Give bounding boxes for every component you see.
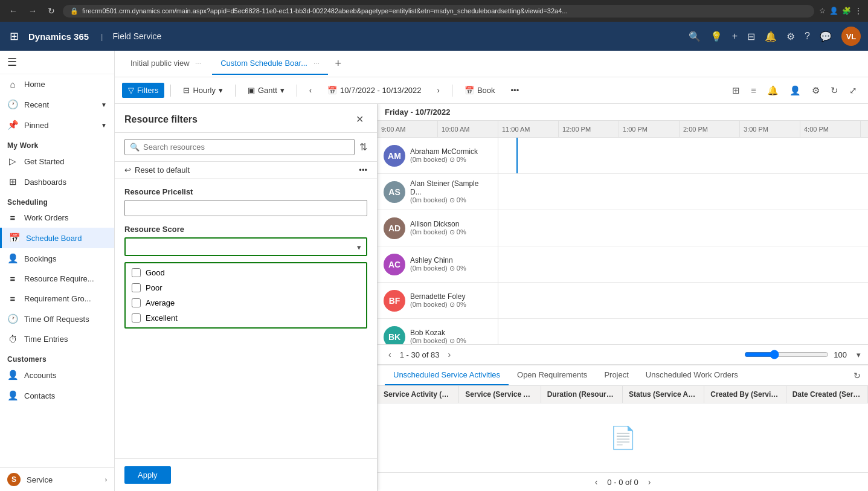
refresh-btn[interactable]: ↻ (827, 83, 842, 98)
sidebar-item-accounts[interactable]: 👤 Accounts (0, 365, 114, 385)
add-tab-button[interactable]: + (330, 55, 347, 72)
person-settings-btn[interactable]: 👤 (786, 83, 805, 98)
zoom-slider[interactable]: 100 (744, 350, 847, 359)
bottom-pagination-info: 0 - 0 of 0 (607, 478, 638, 487)
pricelist-input[interactable] (124, 200, 367, 216)
sidebar-item-dashboards[interactable]: ⊞ Dashboards (0, 172, 114, 192)
checkbox-poor[interactable]: Poor (132, 283, 360, 292)
sidebar-item-schedule-board[interactable]: 📅 Schedule Board (0, 228, 114, 248)
sort-icon[interactable]: ⇅ (359, 141, 367, 153)
back-button[interactable]: ← (6, 5, 21, 17)
map-view-button[interactable]: ≡ (747, 83, 760, 98)
alert-icon-btn[interactable]: 🔔 (764, 83, 782, 98)
sidebar-item-home[interactable]: ⌂ Home (0, 74, 114, 94)
menu-icon[interactable]: ⋮ (855, 7, 862, 15)
bottom-tab-unscheduled-work-orders[interactable]: Unscheduled Work Orders (637, 365, 747, 385)
tab-custom-schedule-board[interactable]: Custom Schedule Boar... ⋯ (212, 53, 327, 75)
checkbox-poor-input[interactable] (132, 283, 141, 292)
col-status: Status (Service Activity) (623, 386, 704, 403)
checkbox-good[interactable]: Good (132, 268, 360, 277)
url-bar[interactable]: 🔒 firecrm0501.crm.dynamics.com/main.aspx… (63, 5, 814, 18)
avatar[interactable]: VL (841, 27, 861, 46)
lightbulb-icon[interactable]: 💡 (710, 31, 722, 42)
zoom-range-input[interactable] (744, 350, 829, 359)
sidebar-item-contacts[interactable]: 👤 Contacts (0, 385, 114, 406)
apply-button[interactable]: Apply (124, 466, 171, 484)
expand-chevron-icon[interactable]: ▾ (857, 350, 861, 359)
prev-page-button[interactable]: ‹ (385, 348, 395, 361)
sidebar-item-get-started[interactable]: ▷ Get Started (0, 151, 114, 172)
rf-search-area: 🔍 ⇅ (115, 133, 377, 162)
extension-icon[interactable]: 🧩 (842, 7, 851, 15)
resource-view-button[interactable]: ⊞ (728, 83, 744, 98)
prev-date-button[interactable]: ‹ (303, 83, 318, 98)
avatar-6: BK (384, 326, 405, 345)
checkbox-excellent[interactable]: Excellent (132, 313, 360, 323)
rf-close-button[interactable]: ✕ (352, 112, 367, 126)
schedule-settings-btn[interactable]: ⚙ (808, 83, 823, 98)
reset-more-icon[interactable]: ••• (359, 165, 367, 175)
book-button[interactable]: 📅 Book (458, 83, 501, 98)
notification-bell-icon[interactable]: 🔔 (765, 31, 777, 42)
resource-name-4: Ashley Chinn (410, 256, 466, 265)
sidebar-time-off-label: Time Off Requests (24, 315, 89, 324)
sidebar-item-time-entries[interactable]: ⏱ Time Entries (0, 329, 114, 349)
sidebar-item-resource-requirements[interactable]: ≡ Resource Require... (0, 269, 114, 289)
expand-btn[interactable]: ⤢ (846, 83, 861, 98)
next-page-button[interactable]: › (444, 348, 454, 361)
view-type-button[interactable]: ⊟ Hourly ▾ (177, 83, 229, 98)
time-row: 9:00 AM 10:00 AM 11:00 AM 12:00 PM 1:00 … (378, 121, 868, 138)
bottom-tab-unscheduled-service[interactable]: Unscheduled Service Activities (385, 365, 509, 385)
rf-search-bar[interactable]: 🔍 (124, 139, 355, 155)
sidebar-item-pinned[interactable]: 📌 Pinned ▼ (0, 115, 114, 135)
sidebar-item-requirement-groups[interactable]: ≡ Requirement Gro... (0, 289, 114, 309)
gantt-button[interactable]: ▣ Gantt ▾ (242, 83, 291, 98)
settings-icon[interactable]: ⚙ (786, 31, 795, 42)
module-name: Field Service (112, 31, 161, 41)
refresh-button[interactable]: ↻ (45, 5, 58, 17)
tab-options-icon-2: ⋯ (313, 60, 320, 67)
score-dropdown[interactable]: Good Poor Average Excellent (126, 239, 366, 255)
bottom-next-button[interactable]: › (645, 476, 655, 488)
sidebar-item-work-orders[interactable]: ≡ Work Orders (0, 208, 114, 228)
zoom-value: 100 (834, 350, 847, 359)
checkbox-good-input[interactable] (132, 268, 141, 277)
filters-button[interactable]: ▽ Filters (122, 83, 164, 98)
sidebar-item-time-off-requests[interactable]: 🕐 Time Off Requests (0, 309, 114, 329)
resource-name-1: Abraham McCormick (410, 147, 478, 156)
sidebar-accounts-label: Accounts (24, 371, 56, 380)
tab-initial-public-view[interactable]: Initial public view ⋯ (122, 53, 210, 75)
advanced-find-icon[interactable]: ⊟ (747, 31, 755, 42)
rf-reset-row[interactable]: ↩ Reset to default ••• (115, 162, 377, 179)
date-range-button[interactable]: 📅 10/7/2022 - 10/13/2022 (321, 83, 427, 98)
chat-icon[interactable]: 💬 (820, 31, 832, 42)
profile-icon[interactable]: 👤 (829, 7, 838, 15)
star-icon[interactable]: ☆ (819, 7, 826, 15)
next-date-button[interactable]: › (431, 83, 446, 98)
checkbox-average[interactable]: Average (132, 298, 360, 307)
more-options-button[interactable]: ••• (505, 83, 526, 98)
checkbox-average-input[interactable] (132, 298, 141, 307)
bottom-tab-project[interactable]: Project (596, 365, 637, 385)
sidebar-item-recent[interactable]: 🕐 Recent ▼ (0, 94, 114, 115)
sidebar-item-bookings[interactable]: 👤 Bookings (0, 248, 114, 269)
checkbox-excellent-input[interactable] (132, 313, 141, 323)
filters-label: Filters (137, 86, 158, 95)
forward-button[interactable]: → (25, 5, 40, 17)
time-2pm: 2:00 PM (680, 121, 740, 137)
search-icon[interactable]: 🔍 (689, 31, 701, 42)
refresh-bottom-icon[interactable]: ↻ (854, 371, 861, 380)
help-icon[interactable]: ? (805, 31, 810, 42)
tab-custom-label: Custom Schedule Boar... (220, 59, 307, 68)
new-record-icon[interactable]: + (732, 31, 738, 42)
group-label-customers: Customers (0, 349, 114, 365)
app-launcher-icon[interactable]: ⊞ (7, 27, 21, 45)
bottom-prev-button[interactable]: ‹ (591, 476, 602, 488)
sidebar-toggle[interactable]: ☰ (0, 51, 114, 74)
bottom-tab-open-requirements[interactable]: Open Requirements (509, 365, 596, 385)
search-resources-input[interactable] (143, 143, 349, 152)
bottom-panel: Unscheduled Service Activities Open Requ… (378, 364, 868, 491)
sidebar-item-service[interactable]: S Service › (0, 467, 114, 491)
lock-icon: 🔒 (70, 7, 79, 15)
resource-meta-1: (0m booked) ⊙ 0% (410, 156, 478, 164)
